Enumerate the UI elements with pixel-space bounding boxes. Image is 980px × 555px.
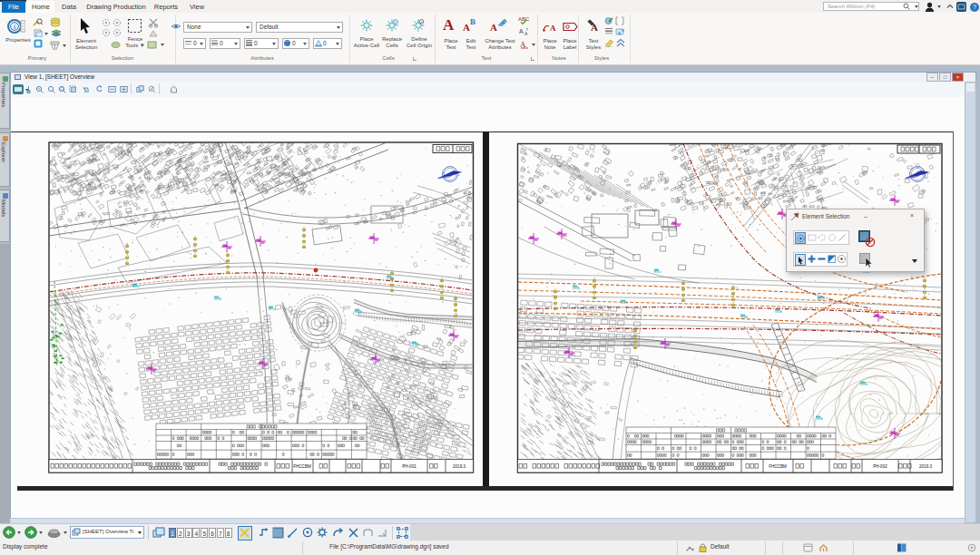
svg-text:2019.3: 2019.3 bbox=[453, 464, 466, 469]
svg-text:B: B bbox=[622, 28, 624, 33]
svg-text:A: A bbox=[550, 24, 556, 33]
svg-text:PH-002: PH-002 bbox=[873, 464, 887, 469]
svg-text:FHCCBM: FHCCBM bbox=[293, 464, 311, 469]
svg-text:A: A bbox=[500, 19, 505, 26]
svg-text:A: A bbox=[524, 31, 528, 36]
svg-text:A: A bbox=[591, 22, 598, 33]
svg-text:PH-001: PH-001 bbox=[402, 464, 416, 469]
svg-text:A: A bbox=[520, 40, 526, 49]
svg-text:FHCCBM: FHCCBM bbox=[769, 464, 787, 469]
svg-text:ABC: ABC bbox=[518, 16, 530, 22]
svg-text:2019.3: 2019.3 bbox=[919, 464, 932, 469]
svg-text:A: A bbox=[519, 28, 524, 34]
